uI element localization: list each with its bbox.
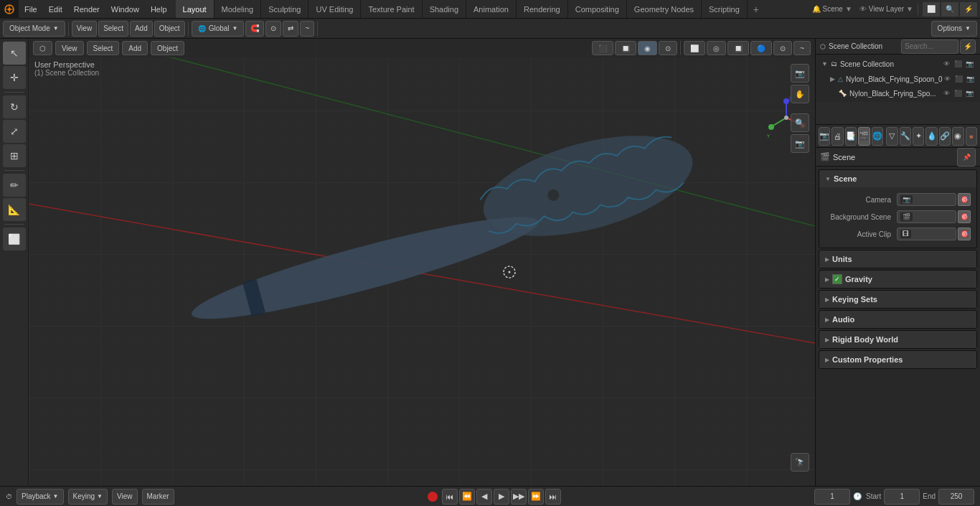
- audio-header[interactable]: ▶ Audio: [819, 311, 976, 328]
- xray-toggle[interactable]: ⬜: [684, 41, 705, 55]
- overlay-btn[interactable]: ◎: [707, 41, 726, 55]
- background-scene-value[interactable]: 🎬: [897, 210, 956, 223]
- menu-edit[interactable]: Edit: [43, 0, 68, 18]
- end-frame-input[interactable]: 250: [938, 489, 974, 505]
- search-btn[interactable]: 🔍: [941, 2, 958, 17]
- transform-tool-btn[interactable]: ⊞: [3, 144, 26, 167]
- prop-tab-output[interactable]: 🖨: [831, 127, 843, 146]
- add-header-btn[interactable]: Add: [122, 41, 148, 55]
- viewport-shading-rendered[interactable]: ⊙: [659, 41, 677, 55]
- custom-props-header[interactable]: ▶ Custom Properties: [819, 351, 976, 368]
- viewport-shading-wire[interactable]: 🔲: [615, 41, 636, 55]
- prop-tab-view-layer[interactable]: 📑: [845, 127, 857, 146]
- tab-compositing[interactable]: Compositing: [568, 0, 627, 18]
- transform-btn[interactable]: ⇄: [283, 21, 298, 37]
- viewport-3d[interactable]: ⬡ View Select Add Object ⬛ 🔲 ◉ ⊙ ⬜ ◎ 🔲 🔵…: [29, 39, 815, 486]
- view-timeline-btn[interactable]: View: [112, 489, 138, 505]
- marker-btn[interactable]: Marker: [142, 489, 174, 505]
- tab-animation[interactable]: Animation: [466, 0, 517, 18]
- view-btn[interactable]: View: [72, 21, 98, 37]
- tab-texture-paint[interactable]: Texture Paint: [361, 0, 422, 18]
- tab-add-button[interactable]: +: [748, 4, 765, 15]
- select-restrict-icon[interactable]: ⬛: [953, 59, 963, 69]
- snap-btn[interactable]: 🧲: [245, 21, 264, 37]
- menu-window[interactable]: Window: [105, 0, 145, 18]
- record-btn[interactable]: [428, 492, 438, 502]
- prop-tab-material[interactable]: ●: [966, 127, 977, 146]
- camera-value[interactable]: 📷: [897, 193, 956, 206]
- tab-modeling[interactable]: Modeling: [215, 0, 262, 18]
- outliner-item-0[interactable]: ▶ △ Nylon_Black_Frying_Spoon_0 👁 ⬛ 📷: [819, 72, 977, 86]
- tab-geometry-nodes[interactable]: Geometry Nodes: [627, 0, 702, 18]
- render-restrict-icon[interactable]: 📷: [964, 59, 974, 69]
- menu-help[interactable]: Help: [145, 0, 173, 18]
- viewport-shading-material[interactable]: ◉: [638, 41, 657, 55]
- select-header-btn[interactable]: Select: [87, 41, 120, 55]
- rotate-tool-btn[interactable]: ↻: [3, 95, 26, 118]
- outliner-collection-item[interactable]: ▼ 🗂 Scene Collection 👁 ⬛ 📷: [819, 56, 977, 72]
- annotate-tool-btn[interactable]: ✏: [3, 174, 26, 197]
- zoom-out-btn[interactable]: 📷: [791, 134, 809, 153]
- graph-btn[interactable]: ~: [300, 21, 314, 37]
- scale-tool-btn[interactable]: ⤢: [3, 120, 26, 143]
- item-1-visibility[interactable]: 👁: [941, 88, 951, 98]
- menu-file[interactable]: File: [19, 0, 43, 18]
- current-frame-input[interactable]: 1: [814, 489, 850, 505]
- prop-tab-data[interactable]: ◉: [952, 127, 963, 146]
- tab-layout[interactable]: Layout: [176, 0, 215, 18]
- next-keyframe-btn[interactable]: ⏩: [528, 489, 544, 505]
- select-btn[interactable]: Select: [98, 21, 128, 37]
- prop-tab-constraints[interactable]: 🔗: [939, 127, 951, 146]
- tab-sculpting[interactable]: Sculpting: [261, 0, 308, 18]
- item-1-select[interactable]: ⬛: [953, 88, 963, 98]
- visibility-icon[interactable]: 👁: [941, 59, 951, 69]
- prop-tab-modifier[interactable]: 🔧: [900, 127, 911, 146]
- add-btn[interactable]: Add: [130, 21, 153, 37]
- proportional-btn[interactable]: ⊙: [265, 21, 281, 37]
- jump-start-btn[interactable]: ⏮: [442, 489, 458, 505]
- start-frame-input[interactable]: 1: [884, 489, 920, 505]
- view-header-btn[interactable]: View: [55, 41, 84, 55]
- background-scene-picker-btn[interactable]: 🎯: [958, 210, 971, 223]
- gravity-checkbox[interactable]: ✓: [832, 274, 842, 284]
- object-mode-dropdown[interactable]: Object Mode ▼: [3, 21, 65, 37]
- gravity-header[interactable]: ▶ ✓ Gravity: [819, 271, 976, 288]
- object-header-btn[interactable]: Object: [151, 41, 184, 55]
- show-hide-btn[interactable]: ~: [793, 41, 811, 55]
- prop-tab-scene[interactable]: 🎬: [858, 127, 870, 146]
- nav-zoom-btn[interactable]: 🔭: [791, 453, 809, 472]
- item-0-visibility[interactable]: 👁: [943, 74, 953, 84]
- active-clip-picker-btn[interactable]: 🎯: [958, 228, 971, 240]
- snap-header-btn[interactable]: 🔵: [750, 41, 772, 55]
- next-frame-btn[interactable]: ▶▶: [511, 489, 527, 505]
- tab-uv-editing[interactable]: UV Editing: [308, 0, 361, 18]
- scene-section-header[interactable]: ▼ Scene: [819, 170, 976, 187]
- outliner-filter-btn[interactable]: ⚡: [960, 39, 976, 54]
- editor-type-btn[interactable]: ⬡: [33, 41, 52, 55]
- jump-end-btn[interactable]: ⏭: [545, 489, 561, 505]
- options-dropdown[interactable]: Options ▼: [931, 21, 977, 37]
- tab-rendering[interactable]: Rendering: [517, 0, 568, 18]
- playback-btn[interactable]: Playback ▼: [17, 489, 64, 505]
- global-dropdown[interactable]: 🌐 Global ▼: [192, 21, 245, 37]
- outliner-item-1[interactable]: 🦴 Nylon_Black_Frying_Spo... 👁 ⬛ 📷: [819, 86, 977, 100]
- item-0-render[interactable]: 📷: [966, 74, 976, 84]
- object-btn[interactable]: Object: [154, 21, 185, 37]
- add-cube-btn[interactable]: ⬜: [3, 228, 26, 250]
- rigid-body-header[interactable]: ▶ Rigid Body World: [819, 331, 976, 348]
- prop-tab-world[interactable]: 🌐: [872, 127, 883, 146]
- measure-tool-btn[interactable]: 📐: [3, 198, 26, 221]
- prop-tab-physics[interactable]: 💧: [925, 127, 937, 146]
- outliner-search-input[interactable]: [901, 39, 958, 54]
- orbit-btn[interactable]: ✋: [791, 85, 809, 103]
- cursor-tool-btn[interactable]: ↖: [3, 42, 26, 65]
- units-header[interactable]: ▶ Units: [819, 250, 976, 268]
- viewport-shading-solid[interactable]: ⬛: [592, 41, 613, 55]
- filter-btn[interactable]: ⚡: [960, 2, 977, 17]
- prev-keyframe-btn[interactable]: ⏪: [459, 489, 475, 505]
- gizmo-btn[interactable]: 🔲: [727, 41, 749, 55]
- prop-tab-object[interactable]: ▽: [886, 127, 897, 146]
- fullscreen-btn[interactable]: ⬜: [923, 2, 940, 17]
- keying-btn[interactable]: Keying ▼: [68, 489, 108, 505]
- move-tool-btn[interactable]: ✛: [3, 66, 26, 89]
